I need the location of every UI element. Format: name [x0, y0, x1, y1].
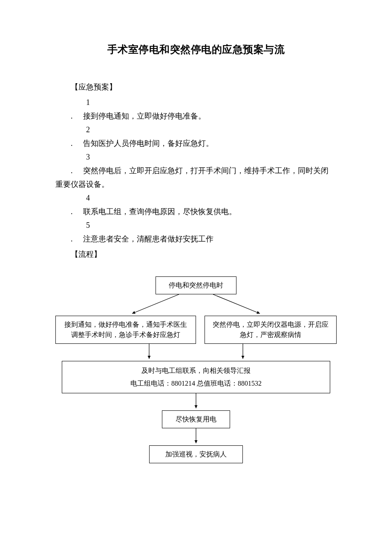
plan-num: 2 . [71, 123, 83, 150]
flow-box-final: 加强巡视，安抚病人 [149, 445, 243, 463]
contact-label: 总值班电话： [195, 380, 238, 387]
flow-box-restore: 尽快恢复用电 [162, 410, 230, 428]
section-label-flow: 【流程】 [55, 249, 337, 259]
svg-line-1 [213, 294, 260, 314]
plan-text: 注意患者安全，清醒患者做好安抚工作 [83, 235, 213, 243]
plan-text: 告知医护人员停电时间，备好应急灯。 [83, 139, 213, 148]
plan-item: 3 .突然停电后，立即开启应急灯，打开手术间门，维持手术工作，同时关闭 [55, 150, 337, 177]
contact-phone-1: 8801214 [171, 380, 195, 387]
contact-line1: 及时与电工组联系，向相关领导汇报 [68, 366, 324, 376]
section-label-plan: 【应急预案】 [55, 82, 337, 92]
svg-line-0 [132, 294, 179, 314]
plan-item-cont: 重要仪器设备。 [55, 177, 337, 191]
plan-item: 4 .联系电工组，查询停电原因，尽快恢复供电。 [55, 191, 337, 218]
flow-arrow-split [64, 294, 328, 316]
plan-num: 1 . [71, 96, 83, 123]
plan-text: 联系电工组，查询停电原因，尽快恢复供电。 [83, 207, 236, 216]
contact-line2: 电工组电话：8801214 总值班电话：8801532 [68, 378, 324, 389]
plan-item: 2 .告知医护人员停电时间，备好应急灯。 [55, 123, 337, 150]
flow-box-contact: 及时与电工组联系，向相关领导汇报 电工组电话：8801214 总值班电话：880… [62, 361, 330, 393]
plan-text: 重要仪器设备。 [55, 180, 109, 189]
flow-box-top: 停电和突然停电时 [156, 276, 236, 294]
plan-num: 4 . [71, 191, 83, 218]
contact-phone-2: 8801532 [238, 380, 262, 387]
document-title: 手术室停电和突然停电的应急预案与流 [55, 43, 337, 56]
plan-text: 接到停电通知，立即做好停电准备。 [83, 112, 206, 120]
flow-arrow-merge [64, 344, 328, 361]
flowchart: 停电和突然停电时 接到通知，做好停电准备，通知手术医生调整手术时间，急诊手术备好… [55, 276, 337, 463]
flow-row-branch: 接到通知，做好停电准备，通知手术医生调整手术时间，急诊手术备好应急灯 突然停电，… [55, 316, 337, 344]
plan-item: 1 .接到停电通知，立即做好停电准备。 [55, 96, 337, 123]
flow-arrow-down [187, 393, 205, 410]
plan-num: 5 . [71, 218, 83, 246]
plan-num: 3 . [71, 150, 83, 177]
plan-list: 1 .接到停电通知，立即做好停电准备。 2 .告知医护人员停电时间，备好应急灯。… [55, 96, 337, 246]
plan-item: 5 .注意患者安全，清醒患者做好安抚工作 [55, 218, 337, 246]
flow-box-right: 突然停电，立即关闭仪器电源，开启应急灯，严密观察病情 [205, 316, 337, 344]
flow-arrow-down [187, 428, 205, 445]
contact-label: 电工组电话： [130, 380, 171, 387]
flow-box-left: 接到通知，做好停电准备，通知手术医生调整手术时间，急诊手术备好应急灯 [55, 316, 196, 344]
plan-text: 突然停电后，立即开启应急灯，打开手术间门，维持手术工作，同时关闭 [83, 166, 329, 175]
